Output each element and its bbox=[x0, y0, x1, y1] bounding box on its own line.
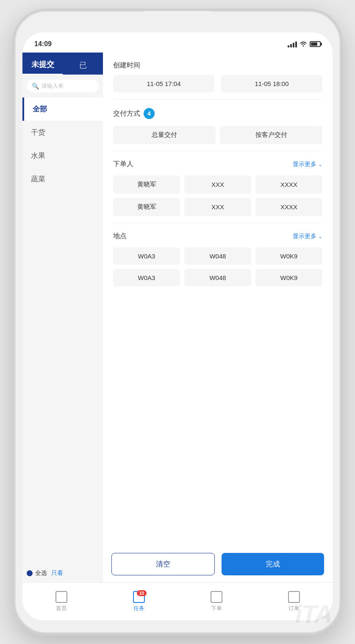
section-orderer: 下单人 显示更多 ⌄ 黄晓军 XXX XXXX 黄晓军 bbox=[103, 151, 333, 223]
phone-notch bbox=[144, 11, 211, 23]
orderer-label: 下单人 bbox=[113, 160, 133, 169]
search-bar[interactable]: 🔍 请输入单 bbox=[27, 80, 99, 92]
nav-task[interactable]: 10 任务 bbox=[100, 588, 178, 616]
orderer-2-2[interactable]: XXX bbox=[184, 198, 251, 216]
svg-point-0 bbox=[303, 45, 304, 47]
order-place-icon bbox=[211, 591, 222, 603]
location-1-1[interactable]: W0A3 bbox=[113, 247, 180, 265]
action-buttons: 清空 完成 bbox=[103, 546, 333, 582]
nav-home[interactable]: 首页 bbox=[22, 588, 100, 616]
orderer-row1: 黄晓军 XXX XXXX bbox=[113, 175, 322, 194]
category-vegetable[interactable]: 蔬菜 bbox=[22, 167, 103, 191]
date-end[interactable]: 11-05 18:00 bbox=[221, 75, 322, 92]
orderer-2-3[interactable]: XXXX bbox=[255, 198, 322, 216]
date-start[interactable]: 11-05 17:04 bbox=[113, 75, 214, 92]
search-icon: 🔍 bbox=[32, 83, 39, 89]
status-time: 14:09 bbox=[34, 40, 52, 48]
show-more-orderer[interactable]: 显示更多 ⌄ bbox=[293, 161, 322, 168]
create-time-label: 创建时间 bbox=[113, 61, 322, 70]
nav-home-label: 首页 bbox=[56, 605, 67, 612]
category-list: 全部 干货 水果 蔬菜 bbox=[22, 97, 103, 564]
location-header: 地点 显示更多 ⌄ bbox=[113, 232, 322, 241]
delivery-badge: 4 bbox=[144, 108, 155, 119]
select-all-text[interactable]: 全选 bbox=[35, 569, 47, 577]
location-2-2[interactable]: W048 bbox=[184, 269, 251, 286]
section-location: 地点 显示更多 ⌄ W0A3 W048 W0K9 W0A3 bbox=[103, 223, 333, 293]
select-all-dot bbox=[27, 570, 33, 576]
phone-frame: 14:09 bbox=[12, 8, 343, 636]
tab-unsubmitted[interactable]: 未提交 bbox=[22, 59, 63, 75]
orderer-row2: 黄晓军 XXX XXXX bbox=[113, 198, 322, 216]
orderer-header: 下单人 显示更多 ⌄ bbox=[113, 160, 322, 169]
view-mine-text[interactable]: 只看 bbox=[51, 569, 63, 577]
delivery-option-customer[interactable]: 按客户交付 bbox=[220, 126, 322, 144]
delivery-header: 交付方式 4 bbox=[113, 108, 322, 119]
nav-order-place-label: 下单 bbox=[211, 605, 222, 612]
wifi-icon bbox=[300, 41, 307, 47]
delivery-options: 总量交付 按客户交付 bbox=[113, 126, 322, 144]
task-badge: 10 bbox=[137, 590, 146, 596]
location-1-2[interactable]: W048 bbox=[184, 247, 251, 265]
home-icon bbox=[55, 591, 67, 603]
date-row: 11-05 17:04 11-05 18:00 bbox=[113, 75, 322, 92]
orderer-1-3[interactable]: XXXX bbox=[255, 175, 322, 194]
orderer-1-1[interactable]: 黄晓军 bbox=[113, 175, 180, 194]
sidebar-tabs: 未提交 已 bbox=[22, 53, 103, 75]
clear-button[interactable]: 清空 bbox=[111, 553, 215, 575]
location-2-1[interactable]: W0A3 bbox=[113, 269, 180, 286]
search-placeholder: 请输入单 bbox=[42, 82, 64, 90]
bottom-nav: 首页 10 任务 下单 订单 bbox=[22, 582, 333, 620]
nav-order-place[interactable]: 下单 bbox=[178, 588, 255, 616]
sidebar: 未提交 已 🔍 请输入单 全部 干货 水果 蔬菜 bbox=[22, 53, 103, 582]
chevron-down-icon-location: ⌄ bbox=[318, 233, 322, 239]
nav-order-label: 订单 bbox=[288, 605, 300, 612]
status-bar: 14:09 bbox=[22, 32, 333, 53]
battery-icon bbox=[310, 41, 321, 47]
orderer-1-2[interactable]: XXX bbox=[184, 175, 251, 194]
section-create-time: 创建时间 11-05 17:04 11-05 18:00 bbox=[103, 53, 333, 99]
signal-icon bbox=[288, 41, 297, 47]
location-1-3[interactable]: W0K9 bbox=[255, 247, 322, 265]
location-label: 地点 bbox=[113, 232, 127, 241]
orderer-2-1[interactable]: 黄晓军 bbox=[113, 198, 180, 216]
phone-screen: 14:09 bbox=[22, 32, 333, 620]
status-icons bbox=[288, 41, 321, 47]
section-delivery: 交付方式 4 总量交付 按客户交付 bbox=[103, 100, 333, 151]
app-content: 未提交 已 🔍 请输入单 全部 干货 水果 蔬菜 bbox=[22, 53, 333, 582]
confirm-button[interactable]: 完成 bbox=[222, 553, 324, 575]
order-icon bbox=[288, 591, 300, 603]
filter-panel: 创建时间 11-05 17:04 11-05 18:00 交付方式 bbox=[103, 53, 333, 582]
show-more-location[interactable]: 显示更多 ⌄ bbox=[293, 233, 322, 240]
phone-outer: 14:09 bbox=[0, 0, 355, 644]
nav-task-label: 任务 bbox=[133, 605, 144, 612]
category-dry[interactable]: 干货 bbox=[22, 121, 103, 144]
category-all[interactable]: 全部 bbox=[22, 97, 103, 121]
location-row1: W0A3 W048 W0K9 bbox=[113, 247, 322, 265]
spacer bbox=[103, 293, 333, 546]
delivery-option-total[interactable]: 总量交付 bbox=[113, 126, 216, 144]
task-icon: 10 bbox=[133, 591, 145, 603]
delivery-label: 交付方式 bbox=[113, 109, 140, 118]
chevron-down-icon-orderer: ⌄ bbox=[318, 161, 322, 167]
nav-order[interactable]: 订单 bbox=[255, 588, 333, 616]
location-row2: W0A3 W048 W0K9 bbox=[113, 269, 322, 286]
tab-submitted[interactable]: 已 bbox=[63, 60, 103, 75]
sidebar-bottom: 全选 只看 bbox=[22, 564, 103, 582]
category-fruit[interactable]: 水果 bbox=[22, 144, 103, 167]
location-2-3[interactable]: W0K9 bbox=[255, 269, 322, 286]
